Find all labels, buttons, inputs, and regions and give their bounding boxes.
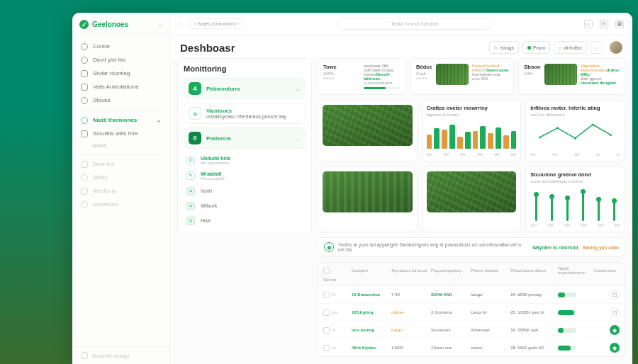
monitor-item[interactable]: ≡Witsork — [184, 198, 306, 213]
nav-socollits[interactable]: Socollits wilts thre — [72, 127, 169, 140]
nav-label: Socollits wilts thre — [93, 130, 138, 137]
circle-icon — [81, 174, 88, 181]
crop-photo — [323, 105, 413, 146]
row-checkbox[interactable] — [323, 292, 330, 298]
line-axis: WsWbWiftisrts — [530, 152, 620, 157]
monitor-row-1[interactable]: 4 Pirbonndorrs ⌄ — [184, 78, 306, 99]
nav-footer[interactable]: Gosenel toongs — [72, 346, 169, 364]
monitor-item[interactable]: ✎WraatiatlRrioposastt0 — [184, 168, 306, 183]
chip-wirirultsn[interactable]: ⌕ wirirultsn — [554, 41, 587, 54]
data-table: DongereTeyrdoses dtmoorsPsgonaingartioyP… — [318, 262, 625, 357]
circle-icon — [81, 201, 88, 208]
monitor-item[interactable]: ≡Hise — [184, 213, 306, 228]
monitor-item[interactable]: ⊡Ubltulld tisteam tripustilorss — [184, 152, 306, 168]
monitor-badge: 4 — [189, 82, 201, 95]
search-input[interactable]: Taska forosd Srastine — [337, 18, 493, 30]
sidebar-search-icon[interactable]: ⌕ — [159, 21, 162, 28]
box-icon — [81, 161, 88, 168]
banner-text: Yodelo ar yous sul apyanigee Samalonigon… — [338, 242, 528, 252]
brand-name: Geelonoes — [92, 21, 128, 28]
photo-card-1[interactable] — [318, 100, 418, 161]
table-body: Te 10 Btetuzsitcs7.40 SIOM-ANhlotoge24. … — [318, 286, 625, 357]
stat-card-3[interactable]: Sboon10% Migobrilos Masorinludolsdraloo … — [518, 58, 625, 95]
table-row[interactable]: for 40rtt lhyttes11000 10sour citesniors… — [318, 339, 625, 357]
right-column: Towe105% hemiveatt 28tt GtkOole8 Vl tada… — [318, 58, 625, 357]
stats-row: Towe105% hemiveatt 28tt GtkOole8 Vl tada… — [318, 58, 625, 95]
nav: Contre Devd yist the Shdar rdonting Vall… — [72, 35, 169, 346]
svg-point-2 — [574, 137, 576, 140]
nav-shdar[interactable]: Shdar rdonting — [72, 67, 169, 80]
svg-point-1 — [556, 127, 559, 129]
nav-dear[interactable]: Dear tos — [72, 157, 169, 171]
table-row[interactable]: fts lors küningFargo SoroudursAdoksotel1… — [318, 322, 625, 339]
breadcrumb[interactable]: ‹ Sraet omnionions › — [188, 18, 245, 29]
bottle-icon — [81, 43, 88, 50]
nav-valls[interactable]: Valls Arrivollatione — [72, 80, 169, 93]
chip-hotogs[interactable]: hotogs — [489, 41, 519, 54]
table-row[interactable]: tycs 105.Irgitngolbttes 2 IlcorstrosLano… — [318, 304, 625, 322]
nav-sub[interactable]: durare — [72, 140, 169, 151]
topbar: ‹ ‹ Sraet omnionions › Taska forosd Sras… — [170, 13, 632, 35]
back-icon[interactable]: ‹ — [179, 21, 181, 28]
monitor-row-3[interactable]: 0 Postorcre ⌄ — [184, 127, 306, 149]
search-icon[interactable]: ⌕ — [584, 20, 593, 28]
row-action-icon[interactable]: ◆ — [610, 343, 620, 353]
svg-point-0 — [539, 137, 541, 139]
nav-nastl[interactable]: Nastl thomiones⌄ — [72, 113, 169, 127]
banner-link-1[interactable]: Waynten to rotorront — [532, 245, 578, 250]
row-action-icon[interactable]: ⊡ — [610, 290, 620, 300]
nav-contre[interactable]: Contre — [72, 40, 169, 53]
photo-card-3[interactable] — [422, 166, 522, 232]
circle-icon — [81, 97, 88, 104]
nav-sponntors[interactable]: sponntors — [72, 198, 169, 211]
row-checkbox[interactable] — [323, 345, 330, 351]
monitor-row-2[interactable]: ⌕ Vaorioocsorstaitoycaso rrfentaraos pdo… — [184, 103, 306, 124]
nav-ttteetts[interactable]: ttteetts ty — [72, 184, 169, 198]
brand-logo-icon: ✓ — [79, 20, 89, 29]
info-banner: ◉ Yodelo ar yous sul apyanigee Samalonig… — [318, 237, 625, 257]
nav-devd[interactable]: Devd yist the — [72, 53, 169, 67]
row-action-icon[interactable]: ◆ — [610, 325, 620, 335]
chart-sub: resl irto dbfenioclu — [530, 113, 620, 117]
square-icon — [81, 188, 88, 195]
clock-icon[interactable]: ◷ — [600, 20, 608, 28]
stem-chart-card[interactable]: Stcoulone gmenol dond sonsl antoriderato… — [525, 166, 625, 232]
photo-card-2[interactable] — [318, 166, 418, 232]
calendar-icon[interactable]: ▦ — [615, 20, 624, 28]
bar-chart-card[interactable]: Crattes oveter mowrriny bigatice la furl… — [422, 100, 522, 161]
chart-title: Crattes oveter mowrriny — [427, 105, 517, 111]
doc-icon: ⊡ — [186, 156, 195, 164]
square-icon — [81, 70, 88, 77]
table-row[interactable]: Te 10 Btetuzsitcs7.40 SIOM-ANhlotoge24. … — [318, 286, 625, 304]
header-chips: hotogs Proon ⌕ wirirultsn ⟂ — [489, 41, 622, 54]
avatar[interactable] — [610, 41, 622, 54]
line-chart-card[interactable]: Inftinos moter. Inferlic ating resl irto… — [525, 100, 625, 161]
square-icon — [81, 84, 88, 91]
chart-title: Inftinos moter. Inferlic ating — [530, 105, 620, 111]
chip-cart[interactable]: ⟂ — [591, 41, 603, 54]
chevron-down-icon: ⌄ — [296, 86, 301, 92]
stem-chart — [530, 187, 620, 221]
nav-footer-label: Gosenel toongs — [92, 353, 130, 359]
list-icon: ≡ — [186, 187, 195, 195]
svg-point-3 — [592, 124, 594, 126]
nav-stobs[interactable]: Stobs — [72, 171, 169, 184]
stat-card-2[interactable]: BédceGosk Skined rcuford AultortsSwercoa… — [410, 58, 514, 95]
monitor-text: Vaorioocsorstaitoycaso rrfentaraos pdosn… — [206, 108, 301, 119]
monitor-item[interactable]: ≡Vorid — [184, 183, 306, 198]
list-icon: ≡ — [186, 217, 195, 225]
chart-sub: bigatice la furlers — [427, 113, 517, 117]
monitor-text: Postorcre — [206, 135, 291, 142]
chip-proon[interactable]: Proon — [522, 41, 550, 54]
row-checkbox[interactable] — [323, 309, 330, 316]
monitor-badge: 0 — [189, 132, 201, 144]
row-checkbox[interactable] — [323, 327, 330, 334]
nav-stoves[interactable]: Stoves — [72, 93, 169, 107]
stem-axis: 300300300300300300 — [530, 223, 620, 227]
stat-card-1[interactable]: Towe105% hemiveatt 28tt GtkOole8 Vl tada… — [318, 58, 406, 95]
banner-link-2[interactable]: Samng yan cialo — [583, 245, 619, 250]
row-action-icon[interactable]: ⊡ — [610, 307, 620, 317]
charts-row-2: Stcoulone gmenol dond sonsl antoriderato… — [318, 166, 625, 232]
bar-chart — [427, 120, 517, 150]
crop-thumb — [436, 64, 469, 85]
